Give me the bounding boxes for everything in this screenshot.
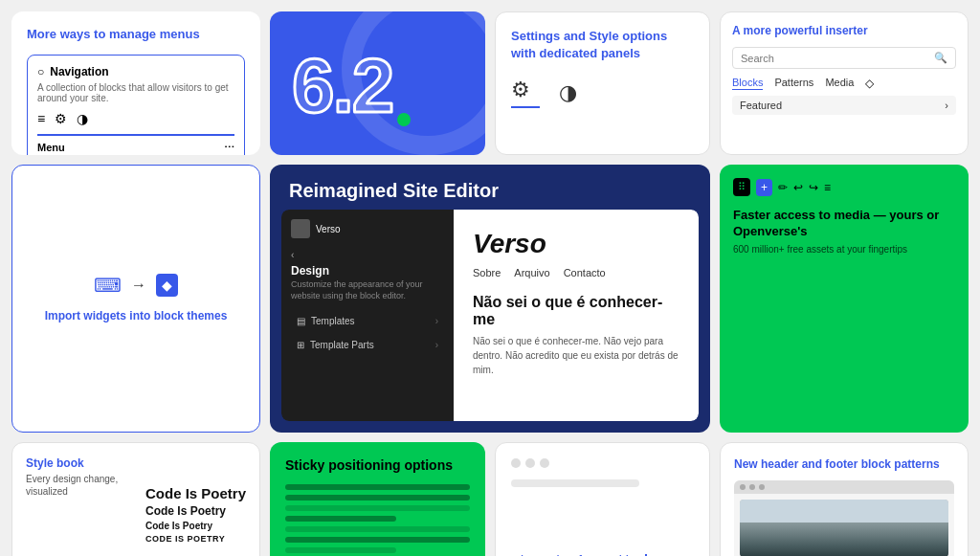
- card-settings-title: Settings and Style options with dedicate…: [511, 28, 694, 62]
- main-grid: More ways to manage menus ○ Navigation A…: [0, 0, 980, 556]
- card-header-footer-title: New header and footer block patterns: [734, 456, 954, 473]
- hf-dot-1: [740, 484, 746, 490]
- distraction-dots: [511, 458, 694, 468]
- templates-item[interactable]: ▤ Templates ›: [291, 311, 444, 331]
- hf-preview: [734, 480, 954, 556]
- card-media-subtitle: 600 million+ free assets at your fingert…: [733, 244, 955, 255]
- tab-blocks[interactable]: Blocks: [732, 77, 763, 90]
- distraction-text-wrap: Distraction free writing: [511, 552, 694, 556]
- template-parts-item[interactable]: ⊞ Template Parts ›: [291, 335, 444, 355]
- gear-underline: [511, 106, 540, 108]
- settings-half-group: ◑: [559, 80, 577, 105]
- list-icon: ≡: [37, 111, 45, 126]
- sticky-line-4: [285, 516, 396, 522]
- stylebook-left: Style book Every design change, visualiz…: [26, 456, 136, 556]
- editor-right-panel: Verso Sobre Arquivo Contacto Não sei o q…: [454, 210, 699, 421]
- back-arrow-icon: ‹: [291, 250, 444, 260]
- inserter-search-box[interactable]: 🔍: [732, 47, 956, 69]
- card-sticky: Sticky positioning options: [270, 442, 485, 556]
- card-media-title: Faster access to media — yours or Openve…: [733, 208, 955, 240]
- half-circle-style-icon: ◑: [559, 80, 577, 104]
- templates-item-left: ▤ Templates: [297, 316, 355, 326]
- card-sticky-title: Sticky positioning options: [285, 457, 470, 473]
- poetry-lg: Code Is Poetry: [145, 485, 246, 501]
- card-stylebook: Style book Every design change, visualiz…: [11, 442, 260, 556]
- distraction-top: [511, 458, 694, 506]
- editor-panels: Verso ‹ Design Customize the appearance …: [281, 210, 699, 421]
- media-plus-icon: +: [756, 179, 772, 196]
- template-parts-item-left: ⊞ Template Parts: [297, 340, 374, 350]
- chevron-right-icon-featured: ›: [945, 100, 948, 111]
- nav-label: Navigation: [50, 65, 108, 78]
- card-menus: More ways to manage menus ○ Navigation A…: [11, 11, 260, 155]
- template-icon: ▤: [297, 316, 305, 326]
- search-input[interactable]: [741, 53, 934, 64]
- template-parts-arrow: ›: [435, 340, 438, 350]
- hf-image: [740, 500, 948, 556]
- nav-sobre: Sobre: [473, 267, 501, 278]
- poetry-xs: CODE IS POETRY: [145, 534, 246, 544]
- green-dot: [397, 113, 411, 126]
- nav-row: ○ Navigation: [37, 65, 234, 78]
- stylebook-subtitle: Every design change, visualized: [26, 473, 136, 498]
- distraction-bar: [511, 479, 639, 487]
- card-distraction: Distraction free writing: [495, 442, 710, 556]
- widget-block-icon: ◆: [156, 274, 178, 297]
- hf-dot-2: [749, 484, 755, 490]
- icons-row: ≡ ⚙ ◑: [37, 111, 234, 126]
- diamond-icon: ◇: [865, 77, 874, 90]
- circle-icon: ○: [37, 65, 44, 78]
- sticky-line-5: [285, 526, 470, 532]
- poetry-md: Code Is Poetry: [145, 504, 246, 518]
- stylebook-right: Code Is Poetry Code Is Poetry Code Is Po…: [145, 456, 246, 556]
- sticky-line-6: [285, 537, 470, 543]
- dot-1: [511, 458, 521, 468]
- card-settings: Settings and Style options with dedicate…: [495, 11, 710, 155]
- hf-content: [734, 494, 954, 556]
- widget-keyboard-icon: ⌨: [94, 274, 122, 297]
- verso-title: Verso: [473, 229, 679, 259]
- tab-media[interactable]: Media: [825, 77, 854, 90]
- inserter-tabs: Blocks Patterns Media ◇: [732, 77, 956, 90]
- menu-title-row: Menu ⋯: [37, 142, 234, 154]
- mountain-visual: [740, 500, 948, 556]
- site-name: Verso: [316, 224, 341, 234]
- media-undo-icon: ↩: [793, 181, 803, 194]
- widget-icons-group: ⌨ → ◆: [94, 274, 178, 297]
- media-more-icon: ≡: [824, 181, 831, 194]
- card-editor: Reimagined Site Editor Verso ‹ Design Cu…: [270, 165, 710, 433]
- gear-settings-icon: ⚙: [55, 111, 67, 126]
- hf-header-bar: [734, 480, 954, 494]
- card-inserter: A more powerful inserter 🔍 Blocks Patter…: [720, 11, 969, 155]
- poetry-sm: Code Is Poetry: [145, 521, 246, 531]
- hf-dot-3: [759, 484, 765, 490]
- settings-gear-group: ⚙: [511, 78, 540, 108]
- tab-patterns[interactable]: Patterns: [774, 77, 813, 90]
- sticky-line-3: [285, 505, 470, 511]
- card-menus-title: More ways to manage menus: [27, 27, 245, 43]
- card-widgets: ⌨ → ◆ Import widgets into block themes: [11, 165, 260, 433]
- inserter-featured: Featured ›: [732, 96, 956, 115]
- template-parts-label: Template Parts: [310, 340, 374, 350]
- dots-icon: ⋯: [224, 142, 234, 154]
- dot-3: [540, 458, 549, 468]
- card-inserter-title: A more powerful inserter: [732, 24, 956, 37]
- template-parts-icon: ⊞: [297, 340, 304, 350]
- half-circle-icon: ◑: [77, 111, 88, 126]
- media-grid-icon: ⠿: [733, 178, 750, 196]
- media-redo-icon: ↪: [809, 181, 818, 194]
- card-media: ⠿ + ✏ ↩ ↪ ≡ Faster access to media — you…: [720, 165, 969, 433]
- site-bar: Verso: [291, 219, 444, 238]
- search-icon: 🔍: [934, 52, 947, 64]
- card-header-footer: New header and footer block patterns: [720, 442, 969, 556]
- media-toolbar: ⠿ + ✏ ↩ ↪ ≡: [733, 178, 955, 196]
- sticky-line-2: [285, 495, 470, 500]
- nav-desc: A collection of blocks that allow visito…: [37, 82, 234, 103]
- nav-contacto: Contacto: [564, 267, 606, 278]
- verso-nav: Sobre Arquivo Contacto: [473, 267, 679, 278]
- widget-arrow-icon: →: [131, 277, 146, 294]
- menu-label: Menu: [37, 142, 65, 153]
- design-section: ‹ Design Customize the appearance of you…: [291, 250, 444, 301]
- design-label: Design: [291, 264, 444, 278]
- menu-divider: [37, 134, 234, 136]
